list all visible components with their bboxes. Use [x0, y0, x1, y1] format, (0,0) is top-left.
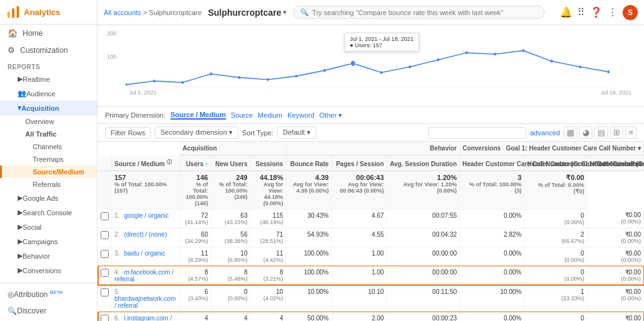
- sidebar-item-attribution[interactable]: ◎ Attribution BETA: [0, 286, 97, 303]
- row-source-link-2[interactable]: baidu / organic: [124, 250, 165, 257]
- svg-point-13: [409, 65, 411, 69]
- summary-users-pct: % of Total: 100.00% (157): [114, 181, 177, 194]
- dim-other-link[interactable]: Other ▾: [319, 111, 343, 120]
- row-sessions-4: 10(4.02%): [250, 285, 286, 312]
- notification-icon[interactable]: 🔔: [560, 6, 572, 18]
- summary-value-val: ₹0.00: [527, 174, 584, 182]
- apps-icon[interactable]: ⠿: [577, 6, 585, 18]
- sidebar-item-treemaps[interactable]: Treemaps: [0, 153, 97, 166]
- search-input[interactable]: [312, 9, 538, 16]
- row-checkbox-0[interactable]: [98, 209, 112, 228]
- dim-source-medium-link[interactable]: Source / Medium: [170, 111, 226, 120]
- th-users[interactable]: Users ↑: [180, 155, 211, 171]
- sidebar-item-google-ads[interactable]: ▶ Google Ads: [0, 191, 97, 205]
- search-bar[interactable]: 🔍: [293, 6, 545, 19]
- checkbox-3[interactable]: [101, 269, 109, 277]
- filter-rows-btn[interactable]: Filter Rows: [105, 127, 151, 138]
- breadcrumb-all-accounts[interactable]: All accounts: [104, 9, 141, 16]
- checkbox-5[interactable]: [101, 315, 109, 321]
- sort-default-btn[interactable]: Default ▾: [277, 127, 316, 138]
- sidebar-item-behavior-label: Behavior: [23, 252, 50, 260]
- row-checkbox-4[interactable]: [98, 285, 112, 312]
- sidebar-item-discover[interactable]: 🔍 Discover: [0, 303, 97, 319]
- row-duration-3: 00:00:00: [387, 266, 460, 285]
- summary-completions-pct: % of Total: 100.00% (3): [462, 181, 521, 194]
- sidebar-item-source-medium[interactable]: Source/Medium: [0, 166, 97, 178]
- data-view-icon[interactable]: ▦: [564, 127, 577, 138]
- row-checkbox-2[interactable]: [98, 247, 112, 266]
- sidebar-item-acquisition[interactable]: ▾ Acquisition: [0, 101, 97, 115]
- row-new-users-4: 0(0.00%): [211, 285, 250, 312]
- help-icon[interactable]: ❓: [590, 6, 602, 18]
- sidebar-item-audience[interactable]: 👥 Audience: [0, 86, 97, 101]
- sidebar-item-customization[interactable]: ⚙ Customization: [0, 42, 97, 59]
- row-pages-2: 1.00: [331, 247, 387, 266]
- row-bounce-5: 50.00%: [286, 312, 331, 321]
- svg-point-10: [323, 69, 326, 72]
- row-checkbox-3[interactable]: [98, 266, 112, 285]
- checkbox-1[interactable]: [101, 231, 109, 239]
- dim-keyword-link[interactable]: Keyword: [287, 111, 314, 119]
- summary-new-users: 146 % of Total: 100.00% (146): [180, 171, 211, 209]
- breadcrumb-account: Sulphurcroptcare: [149, 9, 202, 16]
- row-conv-rate-2: 0.00%: [460, 247, 525, 266]
- th-source-medium[interactable]: Source / Medium ⓘ: [112, 155, 180, 171]
- sidebar-item-all-traffic-label: All Traffic: [25, 130, 57, 138]
- sidebar-item-social[interactable]: ▶ Social: [0, 220, 97, 234]
- table-search-input[interactable]: [428, 127, 526, 138]
- th-bounce-rate[interactable]: Bounce Rate: [286, 155, 331, 171]
- row-value-1: ₹0.00(0.00%): [587, 228, 643, 247]
- row-source-link-5[interactable]: l.instagram.com / referral: [114, 315, 172, 321]
- sidebar-item-home[interactable]: 🏠 Home: [0, 25, 97, 42]
- sidebar-item-social-label: Social: [23, 223, 42, 231]
- row-sessions-3: 8(3.21%): [250, 266, 286, 285]
- row-pages-3: 1.00: [331, 266, 387, 285]
- account-dropdown-icon[interactable]: ▾: [283, 8, 287, 16]
- th-avg-session[interactable]: Avg. Session Duration: [387, 155, 460, 171]
- pivot-view-icon[interactable]: ⊞: [610, 127, 623, 138]
- dim-medium-link[interactable]: Medium: [258, 111, 282, 119]
- sidebar-item-realtime[interactable]: ▶ Realtime: [0, 72, 97, 86]
- th-new-users[interactable]: New Users: [211, 155, 250, 171]
- col-group-conversions[interactable]: Conversions Goal 1: Header Customer Care…: [460, 142, 644, 155]
- sidebar: Analytics 🏠 Home ⚙ Customization REPORTS…: [0, 0, 97, 321]
- sidebar-item-behavior[interactable]: ▶ Behavior: [0, 249, 97, 263]
- row-source-link-0[interactable]: google / organic: [124, 212, 169, 219]
- pie-view-icon[interactable]: ◕: [579, 127, 592, 138]
- summary-bounce-avg: Avg for View: 44.18% (0.00%): [253, 181, 283, 206]
- row-source-2: 3. baidu / organic: [112, 247, 180, 266]
- row-source-link-1[interactable]: (direct) / (none): [124, 231, 167, 238]
- tooltip-date: Jul 1, 2021 - Jul 18, 2021: [350, 36, 413, 42]
- dim-source-link[interactable]: Source: [231, 111, 253, 119]
- row-source-link-4[interactable]: bhardwajnetwork.com / referral: [114, 295, 175, 309]
- th-value[interactable]: Header Customer Care Call Number (Goal 1…: [587, 155, 643, 171]
- th-conv-rate[interactable]: Header Customer Care Call Number (Goal 1…: [460, 155, 525, 171]
- checkbox-0[interactable]: [101, 212, 109, 220]
- th-completions[interactable]: Header Customer Care Call Number (Goal 1…: [525, 155, 587, 171]
- th-pages-session[interactable]: Pages / Session: [331, 155, 387, 171]
- funnel-view-icon[interactable]: ≡: [625, 127, 636, 138]
- more-icon[interactable]: ⋮: [608, 6, 618, 18]
- row-sessions-0: 115(46.19%): [250, 209, 286, 228]
- sidebar-item-referrals[interactable]: Referrals: [0, 178, 97, 191]
- advanced-link[interactable]: advanced: [530, 129, 560, 137]
- avatar[interactable]: S: [623, 5, 638, 20]
- row-checkbox-1[interactable]: [98, 228, 112, 247]
- th-sessions[interactable]: Sessions: [250, 155, 286, 171]
- row-source-link-3[interactable]: m.facebook.com / referral: [114, 269, 174, 283]
- sidebar-item-all-traffic[interactable]: All Traffic: [0, 128, 97, 140]
- row-value-4: ₹0.00(0.00%): [587, 285, 643, 312]
- sidebar-item-overview-label: Overview: [25, 118, 54, 125]
- secondary-dim-btn[interactable]: Secondary dimension ▾: [155, 127, 238, 138]
- sidebar-item-search-console-label: Search Console: [23, 209, 72, 217]
- sidebar-item-conversions[interactable]: ▶ Conversions: [0, 263, 97, 278]
- sidebar-item-attribution-label: Attribution BETA: [14, 290, 63, 299]
- checkbox-2[interactable]: [101, 250, 109, 258]
- row-checkbox-5[interactable]: [98, 312, 112, 321]
- sidebar-item-search-console[interactable]: ▶ Search Console: [0, 205, 97, 220]
- sidebar-item-channels[interactable]: Channels: [0, 140, 97, 153]
- sidebar-item-campaigns[interactable]: ▶ Campaigns: [0, 234, 97, 249]
- sidebar-item-overview[interactable]: Overview: [0, 115, 97, 128]
- checkbox-4[interactable]: [101, 288, 109, 296]
- bar-view-icon[interactable]: ▤: [594, 127, 608, 138]
